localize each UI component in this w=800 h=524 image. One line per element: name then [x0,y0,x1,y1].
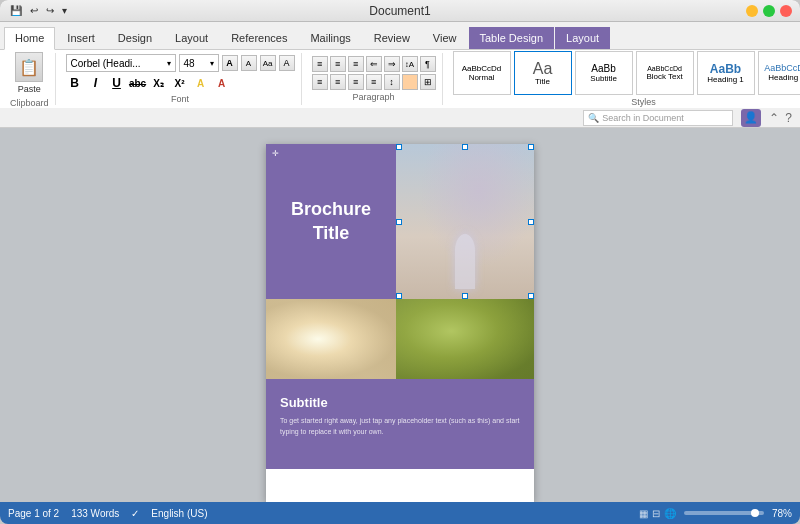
bullets-button[interactable]: ≡ [312,56,328,72]
resize-handle-tm[interactable] [462,144,468,150]
salad-photo-visual [396,299,534,379]
resize-handle-tl[interactable] [396,144,402,150]
align-right-button[interactable]: ≡ [348,74,364,90]
justify-button[interactable]: ≡ [366,74,382,90]
style-subtitle[interactable]: AaBb Subtitle [575,51,633,95]
font-color-button[interactable]: A [213,74,231,92]
paste-button[interactable]: 📋 Paste [11,50,47,96]
shading-button[interactable] [402,74,418,90]
ribbon-content: 📋 Paste Clipboard Corbel (Headi... ▾ 48 … [0,50,800,108]
tab-table-design[interactable]: Table Design [469,27,555,49]
font-row-1: Corbel (Headi... ▾ 48 ▾ A A Aa A [66,54,295,72]
resize-handle-mr[interactable] [528,219,534,225]
font-controls: Corbel (Headi... ▾ 48 ▾ A A Aa A B I U a… [66,54,295,92]
save-icon[interactable]: 💾 [8,4,24,17]
user-avatar[interactable]: 👤 [741,109,761,127]
numbering-button[interactable]: ≡ [330,56,346,72]
brochure-wine-photo[interactable] [396,144,534,299]
font-row-2: B I U abc X₂ X² A A [66,74,295,92]
language[interactable]: English (US) [151,508,207,519]
style-h1-label: Heading 1 [707,75,743,84]
redo-icon[interactable]: ↪ [44,4,56,17]
style-subtitle-label: Subtitle [590,74,617,83]
customize-qat-icon[interactable]: ▾ [60,4,69,17]
paragraph-controls: ≡ ≡ ≡ ⇐ ⇒ ↕A ¶ ≡ ≡ ≡ ≡ ↕ ⊞ [312,56,436,90]
tab-layout[interactable]: Layout [164,27,219,49]
shrink-font-button[interactable]: A [241,55,257,71]
bold-button[interactable]: B [66,74,84,92]
brochure-salad-photo[interactable] [396,299,534,379]
search-bar: 🔍 Search in Document 👤 ⌃ ? [0,108,800,128]
italic-button[interactable]: I [87,74,105,92]
title-bar: 💾 ↩ ↪ ▾ Document1 [0,0,800,22]
tab-home[interactable]: Home [4,27,55,50]
resize-handle-tr[interactable] [528,144,534,150]
quick-access-toolbar: 💾 ↩ ↪ ▾ [8,4,69,17]
resize-handle-ml[interactable] [396,219,402,225]
style-heading2[interactable]: AaBbCcDd Heading 2 [758,51,800,95]
tab-design[interactable]: Design [107,27,163,49]
zoom-slider-thumb[interactable] [751,509,759,517]
styles-group-label: Styles [631,97,656,107]
brochure-body-text[interactable]: To get started right away, just tap any … [280,416,520,437]
font-size-dropdown-icon: ▾ [210,59,214,68]
style-block-text[interactable]: AaBbCcDd Block Text [636,51,694,95]
tab-table-layout[interactable]: Layout [555,27,610,49]
paste-icon: 📋 [15,52,43,82]
undo-icon[interactable]: ↩ [28,4,40,17]
increase-indent-button[interactable]: ⇒ [384,56,400,72]
style-block-text-preview: AaBbCcDd [647,65,682,72]
tab-review[interactable]: Review [363,27,421,49]
text-highlight-button[interactable]: A [192,74,210,92]
style-heading1[interactable]: AaBb Heading 1 [697,51,755,95]
maximize-button[interactable] [763,5,775,17]
font-group-label: Font [171,94,189,104]
wine-photo-visual [396,144,534,299]
collapse-ribbon-button[interactable]: ⌃ [769,111,779,125]
close-button[interactable] [780,5,792,17]
brochure-title-cell[interactable]: BrochureTitle [266,144,396,299]
align-center-button[interactable]: ≡ [330,74,346,90]
superscript-button[interactable]: X² [171,74,189,92]
multilevel-list-button[interactable]: ≡ [348,56,364,72]
para-row-1: ≡ ≡ ≡ ⇐ ⇒ ↕A ¶ [312,56,436,72]
brochure-pasta-photo[interactable] [266,299,396,379]
tab-mailings[interactable]: Mailings [299,27,361,49]
web-layout-icon[interactable]: 🌐 [664,508,676,519]
style-normal[interactable]: AaBbCcDd Normal [453,51,511,95]
align-left-button[interactable]: ≡ [312,74,328,90]
brochure-subtitle[interactable]: Subtitle [280,395,520,410]
underline-button[interactable]: U [108,74,126,92]
borders-button[interactable]: ⊞ [420,74,436,90]
clear-formatting-button[interactable]: A [279,55,295,71]
decrease-indent-button[interactable]: ⇐ [366,56,382,72]
tab-references[interactable]: References [220,27,298,49]
tab-view[interactable]: View [422,27,468,49]
document-page: ✛ BrochureTitle [266,144,534,502]
help-button[interactable]: ? [785,111,792,125]
font-name-selector[interactable]: Corbel (Headi... ▾ [66,54,176,72]
sort-button[interactable]: ↕A [402,56,418,72]
minimize-button[interactable] [746,5,758,17]
status-bar-right: ▦ ⊟ 🌐 78% [639,508,792,519]
zoom-slider[interactable] [684,511,764,515]
line-spacing-button[interactable]: ↕ [384,74,400,90]
tab-insert[interactable]: Insert [56,27,106,49]
print-layout-icon[interactable]: ▦ [639,508,648,519]
title-bar-left: 💾 ↩ ↪ ▾ [8,4,69,17]
strikethrough-button[interactable]: abc [129,74,147,92]
table-move-handle[interactable]: ✛ [268,146,282,160]
subscript-button[interactable]: X₂ [150,74,168,92]
change-case-button[interactable]: Aa [260,55,276,71]
style-normal-label: Normal [469,73,495,82]
font-size-value: 48 [184,58,195,69]
font-size-selector[interactable]: 48 ▾ [179,54,219,72]
read-mode-icon[interactable]: ⊟ [652,508,660,519]
search-input[interactable]: 🔍 Search in Document [583,110,733,126]
show-formatting-button[interactable]: ¶ [420,56,436,72]
brochure-bottom-row: Subtitle To get started right away, just… [266,379,534,469]
grow-font-button[interactable]: A [222,55,238,71]
proofing-icon[interactable]: ✓ [131,508,139,519]
brochure-title: BrochureTitle [291,198,371,245]
style-title[interactable]: Aa Title [514,51,572,95]
